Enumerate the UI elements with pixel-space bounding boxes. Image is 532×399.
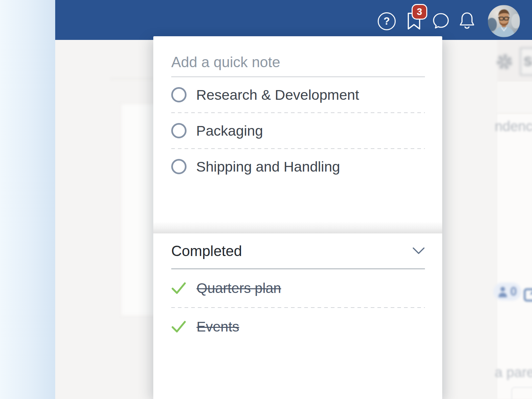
card-shadow-gap: [153, 222, 442, 233]
background-panel-area: [497, 114, 532, 399]
dependencies-partial-label: ndencies: [495, 118, 532, 134]
notification-badge: 3: [412, 4, 427, 20]
user-avatar[interactable]: [488, 5, 520, 37]
help-icon[interactable]: ?: [378, 12, 396, 30]
share-button[interactable]: SHARE: [520, 48, 532, 75]
parent-task-partial-label: a parent Task: [495, 364, 532, 380]
task-item-packaging[interactable]: Packaging: [171, 113, 425, 148]
radio-circle-icon[interactable]: [171, 159, 187, 174]
task-item-research-development[interactable]: Research & Development: [171, 77, 425, 112]
person-icon: [498, 285, 508, 298]
task-label: Research & Development: [196, 87, 359, 103]
completed-section-card: Completed Quarters plan: [153, 233, 442, 399]
completed-task-label: Events: [197, 319, 239, 335]
completed-task-label: Quarters plan: [197, 280, 281, 296]
quick-note-card: Research & Development Packaging Shippin…: [153, 36, 442, 222]
completed-item-quarters-plan[interactable]: Quarters plan: [171, 269, 425, 307]
chevron-down-icon[interactable]: [412, 247, 425, 255]
left-gradient-strip: [0, 0, 55, 399]
checkmark-icon: [171, 321, 186, 333]
bell-icon[interactable]: [459, 11, 475, 30]
completed-section-header[interactable]: Completed: [171, 233, 425, 269]
checkmark-icon: [171, 282, 186, 295]
assignee-count-pill[interactable]: 0: [493, 283, 521, 301]
task-label: Shipping and Handling: [196, 159, 340, 175]
app-screenshot: SHARE ndencies 0 a parent T: [0, 0, 532, 399]
completed-section-title: Completed: [171, 243, 242, 259]
quick-note-input[interactable]: [171, 54, 425, 70]
quick-note-input-wrap: [171, 36, 425, 77]
chat-bubble-icon[interactable]: [433, 13, 449, 29]
background-outline-box: [511, 387, 532, 399]
quick-note-popover: Research & Development Packaging Shippin…: [153, 36, 442, 399]
gear-icon[interactable]: [495, 52, 514, 72]
external-link-icon[interactable]: [523, 283, 532, 302]
task-label: Packaging: [196, 123, 263, 139]
background-band: [497, 82, 532, 114]
radio-circle-icon[interactable]: [171, 123, 187, 138]
completed-item-events[interactable]: Events: [171, 308, 425, 346]
task-item-shipping-handling[interactable]: Shipping and Handling: [171, 149, 425, 184]
radio-circle-icon[interactable]: [171, 87, 187, 102]
assignee-count: 0: [510, 285, 517, 299]
